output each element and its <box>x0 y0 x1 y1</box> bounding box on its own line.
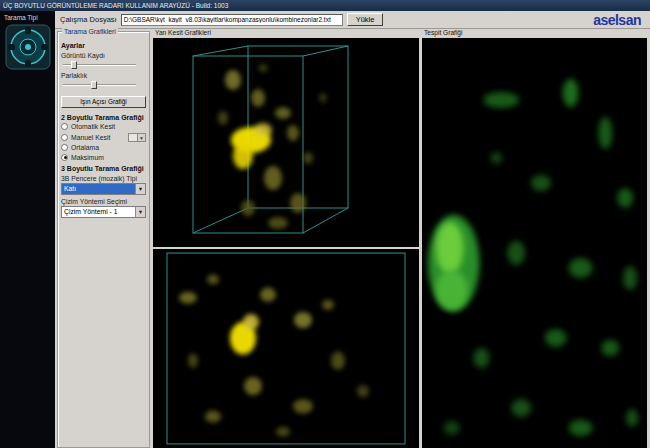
side-section-title: Yan Kesit Grafikleri <box>153 29 419 38</box>
file-path-input[interactable] <box>121 14 343 26</box>
radio-label: Ortalama <box>71 144 99 151</box>
combo-value: Çizim Yöntemi - 1 <box>62 207 135 217</box>
window-title: ÜÇ BOYUTLU GÖRÜNTÜLEME RADARI KULLANIM A… <box>3 2 228 9</box>
image-record-label: Görüntü Kaydı <box>61 52 146 59</box>
scan-type-sidebar: Tarama Tipi <box>0 11 55 448</box>
window-title-bar[interactable]: ÜÇ BOYUTLU GÖRÜNTÜLEME RADARI KULLANIM A… <box>0 0 650 11</box>
radio-icon[interactable] <box>61 123 68 130</box>
group3d-heading: 3 Boyutlu Tarama Grafiği <box>61 165 146 172</box>
radio-icon[interactable] <box>61 144 68 151</box>
beam-angle-graph-button[interactable]: Işın Açısı Grafiği <box>61 96 146 108</box>
detection-blobs <box>428 79 638 436</box>
slice-frame <box>167 253 405 444</box>
radio-icon[interactable] <box>61 154 68 161</box>
image-record-slider[interactable] <box>63 61 144 69</box>
radio-manuel-kesit[interactable]: Manuel Kesit ▼ <box>61 133 146 142</box>
detection-column: Tespit Grafiği <box>420 29 650 448</box>
detection-title: Tespit Grafiği <box>422 29 647 38</box>
controls-panel: Tarama Grafikleri Ayarlar Görüntü Kaydı … <box>55 29 152 448</box>
slice-blobs <box>179 274 369 436</box>
group2d-heading: 2 Boyutlu Tarama Grafiği <box>61 114 146 121</box>
settings-heading: Ayarlar <box>61 42 146 49</box>
2d-slice-view[interactable] <box>153 249 419 448</box>
surface-type-combo[interactable]: Katı ▼ <box>61 183 146 195</box>
load-button[interactable]: Yükle <box>347 13 384 26</box>
radio-label: Manuel Kesit <box>71 134 110 141</box>
radio-icon[interactable] <box>61 134 68 141</box>
slider-track <box>63 84 136 86</box>
surface-type-label: 3B Pencere (mozaik) Tipi <box>61 175 146 182</box>
scan-type-label: Tarama Tipi <box>0 11 55 23</box>
chevron-down-icon[interactable]: ▼ <box>135 207 145 217</box>
3d-volume-view[interactable] <box>153 38 419 247</box>
slider-thumb[interactable] <box>91 81 97 89</box>
scan-graphics-groupbox: Tarama Grafikleri Ayarlar Görüntü Kaydı … <box>57 31 150 448</box>
volume-blobs <box>218 64 327 229</box>
radio-maksimum[interactable]: Maksimum <box>61 154 146 161</box>
chevron-down-icon[interactable]: ▼ <box>137 134 145 141</box>
groupbox-title: Tarama Grafikleri <box>62 28 118 35</box>
manuel-kesit-combo[interactable]: ▼ <box>128 133 146 142</box>
brightness-slider[interactable] <box>63 81 144 89</box>
chevron-down-icon[interactable]: ▼ <box>135 184 145 194</box>
detection-view[interactable] <box>422 38 647 448</box>
combo-value: Katı <box>62 184 135 194</box>
aselsan-logo: aselsan <box>593 12 645 28</box>
draw-style-combo[interactable]: Çizim Yöntemi - 1 ▼ <box>61 206 146 218</box>
draw-style-label: Çizim Yöntemi Seçimi <box>61 198 146 205</box>
side-section-column: Yan Kesit Grafikleri <box>152 29 420 448</box>
slider-thumb[interactable] <box>71 61 77 69</box>
scan-type-emblem-icon[interactable] <box>5 24 51 70</box>
radio-label: Otomatik Kesit <box>71 123 115 130</box>
radio-label: Maksimum <box>71 154 104 161</box>
radio-ortalama[interactable]: Ortalama <box>61 144 146 151</box>
brightness-label: Parlaklık <box>61 72 146 79</box>
file-path-label: Çalışma Dosyası <box>60 15 117 24</box>
radio-otomatik-kesit[interactable]: Otomatik Kesit <box>61 123 146 130</box>
toolbar: Çalışma Dosyası Yükle aselsan <box>55 11 650 29</box>
